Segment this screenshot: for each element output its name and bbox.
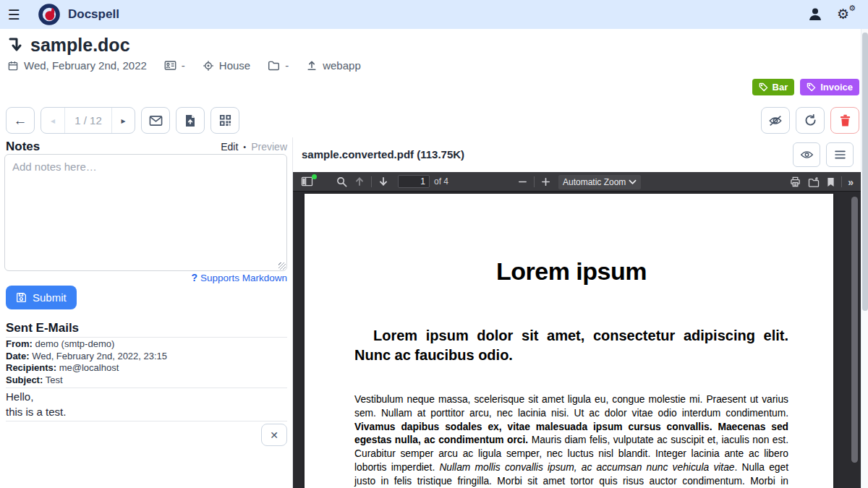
- submit-label: Submit: [33, 291, 67, 304]
- mail-body-line: this is a test.: [6, 406, 66, 418]
- pdf-scrollbar[interactable]: [851, 197, 858, 464]
- folder-icon: [268, 60, 280, 71]
- back-arrow-icon: ←: [14, 113, 27, 129]
- plus-icon: [541, 177, 550, 187]
- eye-icon: [800, 150, 814, 160]
- mail-from-row: From: demo (smtp-demo): [6, 338, 287, 351]
- send-mail-button[interactable]: [141, 107, 170, 134]
- pdfjs-toolbar: of 4 Automatic Zoom: [293, 172, 861, 192]
- pdf-print-button[interactable]: [786, 172, 804, 192]
- zoom-out-button[interactable]: [514, 172, 531, 192]
- file-upload-icon: [184, 114, 196, 127]
- notes-heading: Notes: [6, 140, 40, 154]
- next-page-button[interactable]: ▸: [111, 108, 135, 133]
- reprocess-button[interactable]: [796, 107, 825, 134]
- subject-label: Subject:: [6, 374, 43, 385]
- textarea-resize-handle[interactable]: [278, 262, 286, 270]
- pdf-file-label: sample.converted.pdf (113.75K): [302, 148, 464, 160]
- top-navbar: ☰ Docspell ⚙⚙: [0, 0, 868, 29]
- attachment-pager: ◂ 1 / 12 ▸: [41, 107, 135, 134]
- settings-gears-icon[interactable]: ⚙⚙: [833, 2, 858, 27]
- sidebar-notification-dot: [312, 174, 317, 179]
- pdf-next-page-button[interactable]: [375, 172, 392, 192]
- address-card-icon: [164, 60, 176, 71]
- from-label: From:: [6, 338, 33, 349]
- document-meta-row: Wed, February 2nd, 2022 - House - webapp: [7, 59, 361, 72]
- pdf-menu-button[interactable]: [826, 142, 854, 167]
- folder-value: -: [285, 59, 289, 72]
- pdf-download-button[interactable]: [804, 172, 823, 192]
- tag-label: Invoice: [820, 82, 853, 93]
- tag-label: Bar: [773, 82, 788, 93]
- page-scrollbar-thumb[interactable]: [862, 33, 868, 311]
- mail-date-row: Date: Wed, February 2nd, 2022, 23:15: [6, 351, 287, 363]
- qr-code-button[interactable]: [210, 107, 239, 134]
- mail-body-line: Hello,: [6, 390, 33, 403]
- from-value: demo (smtp-demo): [35, 338, 114, 349]
- minus-icon: [518, 177, 527, 187]
- pdf-prev-page-button[interactable]: [351, 172, 368, 192]
- sent-email-meta: From: demo (smtp-demo) Date: Wed, Februa…: [6, 338, 287, 386]
- divider: [6, 421, 287, 421]
- prev-page-button[interactable]: ◂: [41, 108, 65, 133]
- concerning-value[interactable]: House: [219, 59, 250, 72]
- tab-separator: •: [243, 142, 246, 151]
- date-value: Wed, February 2nd, 2022, 23:15: [32, 351, 167, 361]
- pdf-bookmark-button[interactable]: [823, 172, 838, 192]
- notes-tab-preview[interactable]: Preview: [251, 141, 287, 153]
- tags-row: Bar Invoice: [752, 79, 859, 95]
- bookmark-icon: [827, 177, 835, 187]
- pdf-page-count: of 4: [434, 176, 448, 187]
- pdf-scrollbar-thumb[interactable]: [851, 197, 858, 463]
- zoom-level-select[interactable]: Automatic Zoom: [558, 175, 641, 189]
- pdf-doc-heading: Lorem ipsum dolor sit amet, consectetur …: [354, 326, 788, 364]
- menu-lines-icon: [835, 150, 846, 159]
- tag-chip[interactable]: Bar: [752, 79, 795, 95]
- hide-item-button[interactable]: [761, 107, 790, 134]
- notes-input[interactable]: [4, 154, 287, 271]
- pdf-doc-body: Vestibulum neque massa, scelerisque sit …: [354, 393, 788, 488]
- pdf-viewport[interactable]: Lorem ipsum Lorem ipsum dolor sit amet, …: [293, 192, 861, 488]
- pdf-page-number-input[interactable]: [398, 175, 430, 188]
- markdown-hint-link[interactable]: ? Supports Markdown: [4, 272, 287, 283]
- divider: [6, 388, 287, 388]
- mail-recipients-row: Recipients: me@localhost: [6, 362, 287, 374]
- pdf-sidebar-toggle-button[interactable]: [297, 172, 317, 192]
- submit-button[interactable]: Submit: [6, 286, 77, 309]
- add-file-button[interactable]: [176, 107, 205, 134]
- download-file-icon: [808, 177, 820, 187]
- zoom-in-button[interactable]: [537, 172, 554, 192]
- pdf-page: Lorem ipsum Lorem ipsum dolor sit amet, …: [305, 194, 833, 488]
- tag-chip[interactable]: Invoice: [800, 79, 859, 95]
- printer-icon: [790, 176, 801, 187]
- pdf-view-button[interactable]: [793, 142, 820, 167]
- app-title[interactable]: Docspell: [68, 7, 119, 22]
- question-mark-icon: ?: [192, 272, 198, 283]
- sent-emails-heading: Sent E-Mails: [6, 321, 79, 335]
- trash-icon: [840, 114, 851, 127]
- recipients-label: Recipients:: [6, 362, 56, 373]
- correspondent-value: -: [182, 59, 185, 72]
- docspell-logo-icon: [38, 3, 61, 26]
- envelope-icon: [149, 115, 163, 127]
- upload-icon: [306, 60, 318, 72]
- divider: [6, 337, 287, 338]
- chevron-down-icon: [629, 179, 637, 185]
- delete-button[interactable]: [830, 107, 859, 134]
- user-icon[interactable]: [803, 2, 827, 27]
- pdf-more-tools-button[interactable]: »: [845, 176, 856, 188]
- page-scrollbar[interactable]: [861, 29, 868, 488]
- pdf-doc-title: Lorem ipsum: [354, 257, 788, 286]
- notes-tab-edit[interactable]: Edit: [221, 141, 238, 153]
- tag-icon: [759, 82, 768, 92]
- pdf-search-button[interactable]: [333, 172, 351, 192]
- back-button[interactable]: ←: [6, 107, 35, 134]
- menu-hamburger-icon[interactable]: ☰: [0, 0, 27, 29]
- download-arrow-icon: [7, 36, 23, 55]
- qrcode-icon: [219, 114, 231, 127]
- close-email-button[interactable]: ✕: [261, 424, 287, 446]
- crosshair-icon: [203, 60, 214, 72]
- search-icon: [336, 176, 347, 187]
- doc-date: Wed, February 2nd, 2022: [24, 59, 147, 72]
- eye-slash-icon: [768, 114, 783, 127]
